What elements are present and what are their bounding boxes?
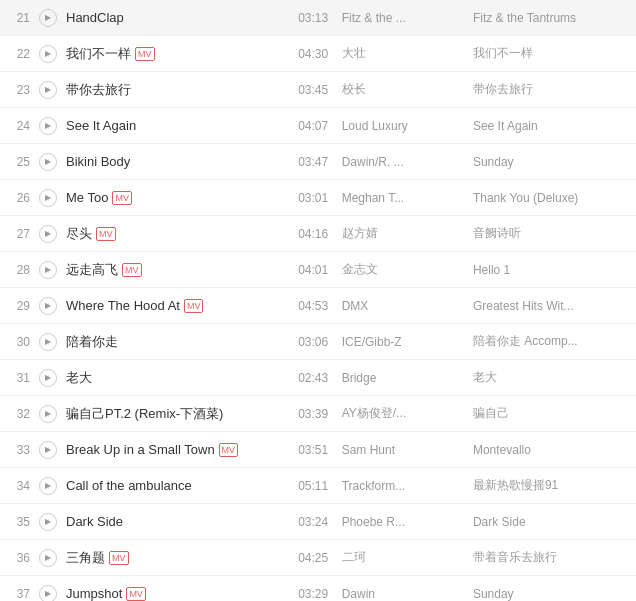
track-artist: Dawin/R. ... — [336, 155, 467, 169]
track-number: 23 — [8, 83, 36, 97]
track-duration: 04:07 — [291, 119, 336, 133]
track-artist: Sam Hunt — [336, 443, 467, 457]
track-duration: 03:45 — [291, 83, 336, 97]
track-artist: DMX — [336, 299, 467, 313]
mv-badge[interactable]: MV — [219, 443, 239, 457]
track-duration: 03:51 — [291, 443, 336, 457]
play-button[interactable]: ▶ — [36, 405, 60, 423]
track-album: Dark Side — [467, 515, 628, 529]
play-button[interactable]: ▶ — [36, 585, 60, 602]
table-row: 32 ▶ 骗自己PT.2 (Remix-下酒菜) 03:39 AY杨俊登/...… — [0, 396, 636, 432]
play-button[interactable]: ▶ — [36, 261, 60, 279]
track-duration: 03:39 — [291, 407, 336, 421]
track-artist: 金志文 — [336, 261, 467, 278]
play-button[interactable]: ▶ — [36, 225, 60, 243]
track-title: 带你去旅行 — [60, 81, 291, 99]
track-duration: 03:01 — [291, 191, 336, 205]
play-button[interactable]: ▶ — [36, 477, 60, 495]
play-icon[interactable]: ▶ — [39, 477, 57, 495]
track-title: See It Again — [60, 118, 291, 133]
track-artist: AY杨俊登/... — [336, 405, 467, 422]
play-icon[interactable]: ▶ — [39, 45, 57, 63]
track-duration: 05:11 — [291, 479, 336, 493]
track-artist: Loud Luxury — [336, 119, 467, 133]
track-number: 28 — [8, 263, 36, 277]
track-title: 陪着你走 — [60, 333, 291, 351]
play-button[interactable]: ▶ — [36, 441, 60, 459]
play-button[interactable]: ▶ — [36, 189, 60, 207]
track-number: 25 — [8, 155, 36, 169]
play-icon[interactable]: ▶ — [39, 549, 57, 567]
play-icon[interactable]: ▶ — [39, 585, 57, 602]
track-duration: 03:06 — [291, 335, 336, 349]
play-button[interactable]: ▶ — [36, 153, 60, 171]
play-icon[interactable]: ▶ — [39, 405, 57, 423]
track-album: 陪着你走 Accomp... — [467, 333, 628, 350]
track-number: 35 — [8, 515, 36, 529]
play-button[interactable]: ▶ — [36, 9, 60, 27]
play-button[interactable]: ▶ — [36, 81, 60, 99]
track-number: 32 — [8, 407, 36, 421]
track-album: 带着音乐去旅行 — [467, 549, 628, 566]
play-button[interactable]: ▶ — [36, 369, 60, 387]
track-album: 我们不一样 — [467, 45, 628, 62]
track-artist: 校长 — [336, 81, 467, 98]
track-title: Bikini Body — [60, 154, 291, 169]
mv-badge[interactable]: MV — [109, 551, 129, 565]
track-album: 音阙诗听 — [467, 225, 628, 242]
play-button[interactable]: ▶ — [36, 45, 60, 63]
track-artist: Phoebe R... — [336, 515, 467, 529]
track-album: Thank You (Deluxe) — [467, 191, 628, 205]
play-button[interactable]: ▶ — [36, 549, 60, 567]
mv-badge[interactable]: MV — [122, 263, 142, 277]
track-title: 尽头MV — [60, 225, 291, 243]
track-artist: Trackform... — [336, 479, 467, 493]
play-icon[interactable]: ▶ — [39, 261, 57, 279]
play-icon[interactable]: ▶ — [39, 441, 57, 459]
play-button[interactable]: ▶ — [36, 297, 60, 315]
mv-badge[interactable]: MV — [184, 299, 204, 313]
table-row: 30 ▶ 陪着你走 03:06 ICE/Gibb-Z 陪着你走 Accomp..… — [0, 324, 636, 360]
track-album: Fitz & the Tantrums — [467, 11, 628, 25]
track-duration: 04:30 — [291, 47, 336, 61]
mv-badge[interactable]: MV — [112, 191, 132, 205]
play-icon[interactable]: ▶ — [39, 153, 57, 171]
track-title: 远走高飞MV — [60, 261, 291, 279]
track-title: JumpshotMV — [60, 586, 291, 601]
track-number: 21 — [8, 11, 36, 25]
play-button[interactable]: ▶ — [36, 513, 60, 531]
track-number: 30 — [8, 335, 36, 349]
track-title: Me TooMV — [60, 190, 291, 206]
play-icon[interactable]: ▶ — [39, 369, 57, 387]
play-button[interactable]: ▶ — [36, 333, 60, 351]
track-title: Call of the ambulance — [60, 478, 291, 493]
mv-badge[interactable]: MV — [96, 227, 116, 241]
play-button[interactable]: ▶ — [36, 117, 60, 135]
track-album: 最新热歌慢摇91 — [467, 477, 628, 494]
track-artist: 大壮 — [336, 45, 467, 62]
track-duration: 03:29 — [291, 587, 336, 601]
track-artist: ICE/Gibb-Z — [336, 335, 467, 349]
track-artist: Fitz & the ... — [336, 11, 467, 25]
play-icon[interactable]: ▶ — [39, 333, 57, 351]
table-row: 28 ▶ 远走高飞MV 04:01 金志文 Hello 1 — [0, 252, 636, 288]
play-icon[interactable]: ▶ — [39, 513, 57, 531]
track-title: 我们不一样MV — [60, 45, 291, 63]
play-icon[interactable]: ▶ — [39, 225, 57, 243]
play-icon[interactable]: ▶ — [39, 9, 57, 27]
mv-badge[interactable]: MV — [126, 587, 146, 601]
table-row: 36 ▶ 三角题MV 04:25 二珂 带着音乐去旅行 — [0, 540, 636, 576]
play-icon[interactable]: ▶ — [39, 117, 57, 135]
play-icon[interactable]: ▶ — [39, 81, 57, 99]
table-row: 34 ▶ Call of the ambulance 05:11 Trackfo… — [0, 468, 636, 504]
track-title: Where The Hood AtMV — [60, 298, 291, 314]
track-title: 老大 — [60, 369, 291, 387]
mv-badge[interactable]: MV — [135, 47, 155, 61]
table-row: 33 ▶ Break Up in a Small TownMV 03:51 Sa… — [0, 432, 636, 468]
track-artist: Bridge — [336, 371, 467, 385]
play-icon[interactable]: ▶ — [39, 189, 57, 207]
track-artist: Dawin — [336, 587, 467, 601]
track-number: 22 — [8, 47, 36, 61]
table-row: 23 ▶ 带你去旅行 03:45 校长 带你去旅行 — [0, 72, 636, 108]
play-icon[interactable]: ▶ — [39, 297, 57, 315]
